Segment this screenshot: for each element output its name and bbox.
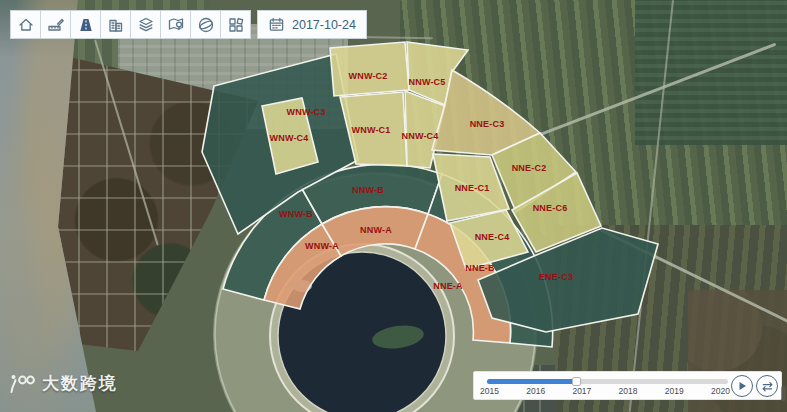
zone-label-nnw-b: NNW-B bbox=[352, 185, 384, 195]
zone-label-nne-c1: NNE-C1 bbox=[455, 183, 490, 193]
satellite-map[interactable]: WNW-C3 WNW-C4 WNW-C1 WNW-C2 NNW-C5 NNW-C… bbox=[0, 0, 787, 412]
measure-button[interactable] bbox=[40, 10, 71, 39]
zone-label-wnw-a: WNW-A bbox=[305, 241, 339, 251]
year-label: 2020 bbox=[711, 386, 730, 396]
timeline-years: 2015 2016 2017 2018 2019 2020 bbox=[480, 386, 730, 396]
zone-label-nne-c4: NNE-C4 bbox=[475, 232, 510, 242]
zone-label-wnw-b: WNW-B bbox=[279, 209, 313, 219]
zone-label-nne-c6: NNE-C6 bbox=[533, 203, 568, 213]
home-button[interactable] bbox=[10, 10, 41, 39]
measure-icon bbox=[47, 16, 65, 34]
year-label: 2015 bbox=[480, 386, 499, 396]
zone-label-wnw-c3: WNW-C3 bbox=[286, 107, 325, 117]
zone-label-nnw-c5: NNW-C5 bbox=[408, 77, 445, 87]
date-picker-button[interactable]: 2017-10-24 bbox=[257, 10, 367, 39]
play-button[interactable] bbox=[731, 375, 753, 397]
calendar-icon bbox=[268, 16, 285, 33]
layers-icon bbox=[137, 16, 155, 34]
year-label: 2017 bbox=[572, 386, 591, 396]
timeline-track[interactable] bbox=[487, 379, 728, 384]
building-button[interactable] bbox=[100, 10, 131, 39]
apps-grid-icon bbox=[227, 16, 245, 34]
road-button[interactable] bbox=[70, 10, 101, 39]
compare-swap-button[interactable] bbox=[756, 375, 778, 397]
zone-label-wnw-c1: WNW-C1 bbox=[351, 125, 390, 135]
zone-label-nne-c2: NNE-C2 bbox=[512, 163, 547, 173]
zone-label-wnw-c4: WNW-C4 bbox=[269, 133, 308, 143]
zone-label-nne-a: NNE-A bbox=[433, 281, 463, 291]
planning-zones-overlay: WNW-C3 WNW-C4 WNW-C1 WNW-C2 NNW-C5 NNW-C… bbox=[0, 0, 787, 412]
zone-label-nnw-a: NNW-A bbox=[360, 225, 392, 235]
year-label: 2018 bbox=[619, 386, 638, 396]
zone-label-wnw-c2: WNW-C2 bbox=[348, 71, 387, 81]
globe-button[interactable] bbox=[190, 10, 221, 39]
zone-label-nne-b: NNE-B bbox=[465, 263, 495, 273]
map-toolbar: 2017-10-24 bbox=[10, 10, 367, 39]
home-icon bbox=[17, 16, 35, 34]
year-label: 2019 bbox=[665, 386, 684, 396]
year-label: 2016 bbox=[526, 386, 545, 396]
road-icon bbox=[77, 16, 95, 34]
map-search-icon bbox=[167, 16, 185, 34]
date-value: 2017-10-24 bbox=[292, 18, 356, 32]
play-icon bbox=[736, 380, 748, 392]
swap-icon bbox=[761, 380, 774, 393]
globe-icon bbox=[197, 16, 215, 34]
zone-region-wnw-c2[interactable] bbox=[330, 42, 409, 96]
timeline-panel: 2015 2016 2017 2018 2019 2020 bbox=[473, 371, 782, 400]
building-icon bbox=[107, 16, 125, 34]
apps-grid-button[interactable] bbox=[220, 10, 251, 39]
zone-label-nnw-c4: NNW-C4 bbox=[401, 131, 438, 141]
timeline-thumb[interactable] bbox=[572, 377, 581, 386]
layers-button[interactable] bbox=[130, 10, 161, 39]
map-application: WNW-C3 WNW-C4 WNW-C1 WNW-C2 NNW-C5 NNW-C… bbox=[0, 0, 787, 412]
zone-label-nne-c3: NNE-C3 bbox=[470, 119, 505, 129]
timeline-progress bbox=[487, 379, 576, 384]
scrollbar-thumb[interactable] bbox=[781, 386, 786, 401]
map-search-button[interactable] bbox=[160, 10, 191, 39]
zone-label-ene-c3: ENE-C3 bbox=[539, 272, 573, 282]
